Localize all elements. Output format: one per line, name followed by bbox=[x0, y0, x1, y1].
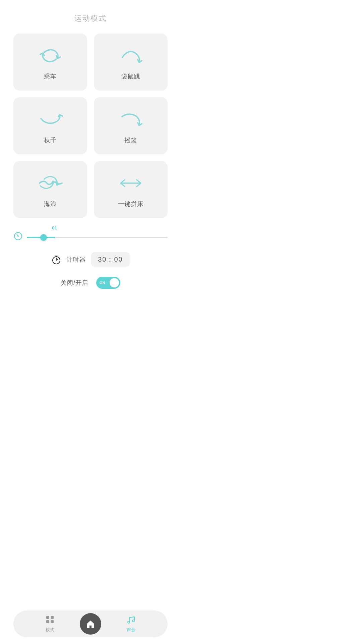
toggle-knob bbox=[110, 278, 119, 287]
mode-label-wave: 海浪 bbox=[44, 200, 57, 208]
mode-card-bed[interactable]: 一键拼床 bbox=[94, 161, 168, 218]
mode-label-kangaroo: 袋鼠跳 bbox=[121, 72, 140, 80]
toggle-section: 关闭/开启 ON bbox=[13, 277, 168, 289]
toggle-label: 关闭/开启 bbox=[61, 279, 88, 287]
power-toggle[interactable]: ON bbox=[96, 277, 120, 289]
mode-card-swing[interactable]: 秋千 bbox=[13, 97, 87, 154]
timer-label: 计时器 bbox=[67, 256, 86, 264]
wave-icon bbox=[37, 173, 64, 193]
timer-display[interactable]: 30：00 bbox=[91, 252, 130, 267]
timer-icon bbox=[51, 255, 61, 265]
sync-icon bbox=[37, 46, 64, 66]
speed-slider[interactable] bbox=[27, 237, 168, 238]
mode-label-ride: 乘车 bbox=[44, 72, 57, 80]
arrows-icon bbox=[117, 173, 144, 193]
slider-value-label: 01 bbox=[52, 225, 57, 230]
speed-slider-section: 01 bbox=[13, 231, 168, 241]
toggle-on-text: ON bbox=[100, 281, 105, 285]
mode-label-swing: 秋千 bbox=[44, 136, 57, 144]
mode-card-kangaroo[interactable]: 袋鼠跳 bbox=[94, 34, 168, 91]
mode-card-wave[interactable]: 海浪 bbox=[13, 161, 87, 218]
speed-icon bbox=[13, 231, 23, 241]
bounce-icon bbox=[117, 46, 144, 66]
mode-label-bed: 一键拼床 bbox=[118, 200, 143, 208]
cradle-icon bbox=[117, 109, 144, 129]
page-title: 运动模式 bbox=[74, 13, 107, 23]
slider-wrapper: 01 bbox=[27, 233, 168, 239]
svg-point-2 bbox=[17, 235, 19, 237]
mode-grid: 乘车 袋鼠跳 秋千 摇篮 bbox=[13, 34, 168, 218]
mode-card-cradle[interactable]: 摇篮 bbox=[94, 97, 168, 154]
mode-label-cradle: 摇篮 bbox=[124, 136, 137, 144]
swing-icon bbox=[37, 109, 64, 129]
timer-section: 计时器 30：00 bbox=[13, 252, 168, 267]
mode-card-ride[interactable]: 乘车 bbox=[13, 34, 87, 91]
